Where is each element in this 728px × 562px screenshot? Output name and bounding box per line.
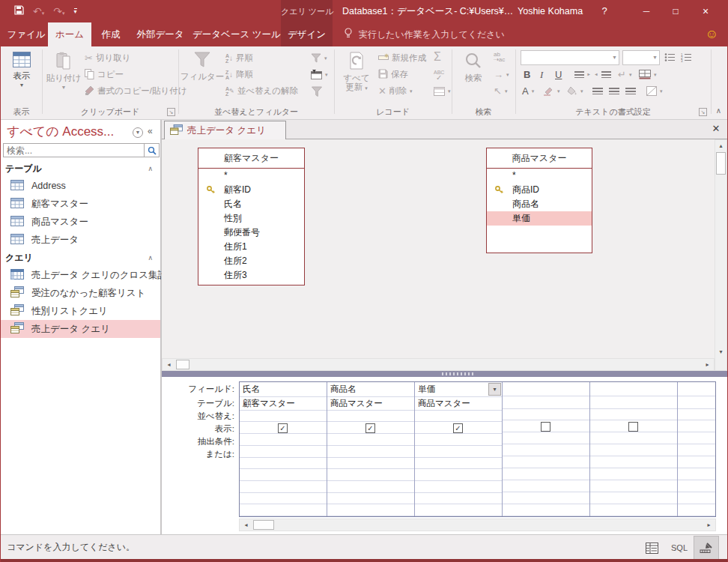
- show-cell[interactable]: [590, 420, 677, 433]
- field-row-selected[interactable]: 単価: [487, 211, 592, 226]
- replace-icon[interactable]: ab⇢ac: [494, 49, 505, 64]
- scroll-down-icon[interactable]: ▾: [716, 347, 726, 357]
- nav-item-no-order-customers-query[interactable]: 受注のなかった顧客リスト: [1, 284, 160, 302]
- nav-search-input[interactable]: [4, 144, 144, 157]
- field-row[interactable]: 商品ID: [487, 183, 592, 197]
- field-cell[interactable]: 商品名: [327, 382, 414, 397]
- nav-item-sales-data[interactable]: 売上データ: [1, 231, 160, 249]
- view-button[interactable]: 表示 ▼: [4, 48, 40, 103]
- field-list-product-master[interactable]: 商品マスター * 商品ID 商品名 単価: [486, 148, 592, 253]
- font-name-combobox[interactable]: ▼: [521, 50, 619, 65]
- filter-menu-icon[interactable]: ▾: [311, 67, 328, 82]
- font-size-combobox[interactable]: ▼: [622, 50, 660, 65]
- sort-cell[interactable]: [503, 409, 589, 420]
- field-cell[interactable]: [503, 382, 589, 396]
- pane-splitter[interactable]: [162, 371, 728, 377]
- design-view-button[interactable]: [694, 536, 719, 560]
- criteria-cell[interactable]: [415, 434, 502, 446]
- or-cell[interactable]: [240, 446, 327, 458]
- show-checkbox-checked[interactable]: ✓: [278, 423, 288, 433]
- advanced-filter-options-icon[interactable]: ▾: [311, 51, 327, 65]
- top-pane-vscrollbar[interactable]: ▴ ▾: [715, 139, 727, 371]
- help-button[interactable]: ?: [596, 0, 613, 22]
- criteria-cell[interactable]: [327, 434, 414, 446]
- textformat-dialog-launcher-icon[interactable]: ↘: [699, 108, 707, 116]
- scroll-left-icon[interactable]: ◂: [240, 520, 252, 530]
- document-tab-sales-query[interactable]: 売上データ クエリ: [164, 121, 286, 139]
- format-painter-button[interactable]: 書式のコピー/貼り付け: [85, 84, 187, 98]
- nav-item-product-master[interactable]: 商品マスター: [1, 213, 160, 231]
- nav-item-sales-data-query[interactable]: 売上データ クエリ: [1, 320, 160, 338]
- field-list-title[interactable]: 顧客マスター: [198, 148, 304, 169]
- numbering-icon[interactable]: 123: [681, 50, 692, 64]
- maximize-button[interactable]: □: [663, 0, 688, 22]
- align-right-icon[interactable]: [625, 84, 636, 98]
- scroll-right-icon[interactable]: ▸: [703, 520, 715, 530]
- field-dropdown-icon[interactable]: ▾: [488, 383, 501, 396]
- font-color-icon[interactable]: A▾: [522, 84, 534, 98]
- table-cell[interactable]: [503, 396, 589, 409]
- tab-database-tools[interactable]: データベース ツール: [192, 22, 279, 46]
- or-cell[interactable]: [503, 444, 589, 456]
- save-record-button[interactable]: 保存: [378, 67, 408, 82]
- highlight-color-icon[interactable]: ▾: [543, 84, 560, 98]
- or-cell[interactable]: [590, 444, 677, 456]
- show-cell[interactable]: [503, 420, 589, 433]
- field-cell-active[interactable]: 単価▾: [415, 382, 502, 397]
- table-cell[interactable]: [590, 396, 677, 409]
- minimize-button[interactable]: ─: [634, 0, 659, 22]
- redo-icon[interactable]: ↷▾: [53, 5, 64, 17]
- sort-descending-button[interactable]: ZA↓ 降順: [225, 67, 253, 82]
- sql-view-button[interactable]: SQL: [667, 536, 692, 560]
- criteria-cell[interactable]: [503, 432, 589, 444]
- tab-create[interactable]: 作成: [94, 22, 128, 46]
- scroll-thumb[interactable]: [716, 152, 726, 175]
- find-button[interactable]: 検索: [456, 48, 491, 103]
- criteria-cell[interactable]: [590, 432, 677, 444]
- nav-item-gender-list-query[interactable]: 性別リストクエリ: [1, 302, 160, 320]
- table-cell[interactable]: 商品マスター: [327, 397, 414, 411]
- field-cell[interactable]: 氏名: [240, 382, 327, 397]
- top-pane-hscrollbar[interactable]: ◂ ▸: [162, 358, 715, 371]
- field-cell[interactable]: [678, 382, 716, 396]
- nav-pane-menu-icon[interactable]: ▼: [133, 127, 143, 138]
- clear-sort-button[interactable]: AZ✎ 並べ替えの解除: [225, 84, 298, 98]
- cut-button[interactable]: ✂ 切り取り: [85, 51, 130, 65]
- field-row[interactable]: 住所2: [198, 254, 304, 268]
- tell-me-box[interactable]: 実行したい作業を入力してください: [344, 22, 505, 46]
- splitter-grip-icon[interactable]: [442, 372, 473, 375]
- show-checkbox-unchecked[interactable]: [628, 422, 638, 432]
- field-row[interactable]: 氏名: [198, 197, 304, 211]
- toggle-filter-icon[interactable]: [311, 84, 323, 98]
- sort-cell[interactable]: [678, 409, 716, 420]
- collapse-ribbon-icon[interactable]: ∧: [716, 106, 721, 115]
- scroll-thumb[interactable]: [176, 360, 189, 369]
- field-list-title[interactable]: 商品マスター: [487, 148, 592, 169]
- new-record-button[interactable]: 新規作成: [378, 51, 426, 65]
- show-checkbox-checked[interactable]: ✓: [365, 423, 375, 433]
- field-list-customer-master[interactable]: 顧客マスター * 顧客ID 氏名 性別 郵便番号 住所1 住所2 住所3: [198, 148, 305, 285]
- align-center-icon[interactable]: [609, 84, 619, 98]
- increase-indent-icon[interactable]: ▾: [574, 67, 590, 82]
- more-records-icon[interactable]: ▾: [434, 84, 451, 98]
- document-close-icon[interactable]: ✕: [709, 122, 723, 136]
- show-cell[interactable]: ✓: [240, 422, 327, 435]
- feedback-smiley-icon[interactable]: ☺: [706, 26, 718, 43]
- nav-group-queries[interactable]: クエリ∧: [1, 250, 160, 265]
- criteria-cell[interactable]: [678, 432, 716, 444]
- nav-pane-title[interactable]: すべての Access...: [7, 123, 114, 140]
- nav-search-icon[interactable]: [144, 144, 159, 157]
- select-icon[interactable]: ↖▾: [494, 84, 507, 98]
- datasheet-view-button[interactable]: [639, 536, 664, 560]
- nav-item-customer-master[interactable]: 顧客マスター: [1, 195, 160, 213]
- sort-cell[interactable]: [415, 411, 502, 422]
- qat-customize-icon[interactable]: ▾: [74, 8, 77, 14]
- decrease-indent-icon[interactable]: ▾: [595, 67, 611, 82]
- nav-item-address[interactable]: Address: [1, 177, 160, 195]
- field-row[interactable]: 性別: [198, 211, 304, 226]
- save-icon[interactable]: [14, 5, 24, 17]
- tab-design[interactable]: デザイン: [281, 22, 333, 46]
- field-row[interactable]: 顧客ID: [198, 183, 304, 197]
- show-cell[interactable]: [678, 420, 716, 433]
- show-checkbox-unchecked[interactable]: [541, 422, 550, 432]
